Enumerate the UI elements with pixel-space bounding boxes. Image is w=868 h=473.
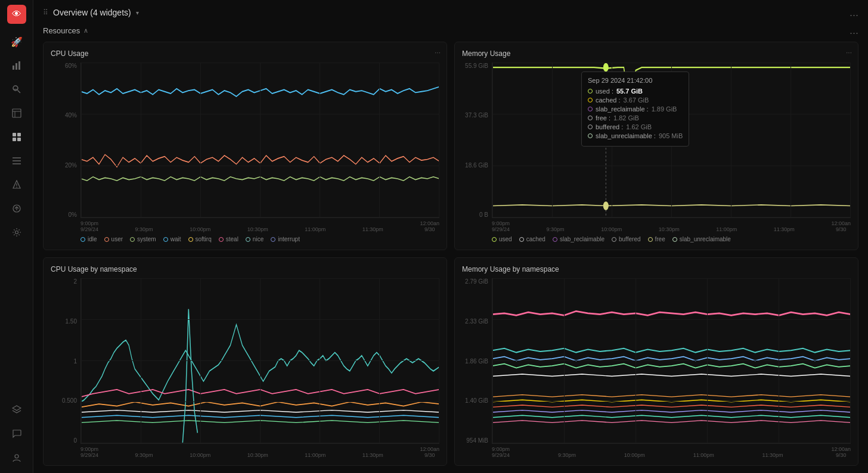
memory-ns-title: Memory Usage by namespace	[462, 265, 851, 273]
sidebar-item-rocket[interactable]: 🚀	[6, 31, 27, 52]
drag-handle-icon: ⠿	[43, 8, 48, 17]
memory-legend-slab-rec-label: slab_reclaimable	[560, 236, 604, 242]
cpu-y-label-0: 0%	[69, 211, 77, 218]
memory-usage-panel: Memory Usage ··· 55.9 GiB 37.3 GiB 18.6 …	[454, 42, 858, 250]
svg-line-4	[17, 91, 20, 94]
svg-rect-10	[17, 133, 21, 136]
cpu-chart-area: 60% 40% 20% 0%	[51, 63, 439, 232]
cpu-chart-title: CPU Usage	[51, 49, 439, 58]
cpu-ns-chart-inner	[80, 278, 439, 444]
memory-legend-used-dot	[492, 237, 497, 242]
memory-ns-x-2: 10:00pm	[624, 452, 645, 458]
memory-legend-cached-label: cached	[526, 236, 545, 242]
cpu-legend-wait-dot	[163, 237, 168, 242]
cpu-ns-y-150: 1.50	[66, 318, 77, 325]
memory-ns-y-140: 1.40 GiB	[465, 397, 488, 404]
cpu-ns-x-5: 11:30pm	[362, 452, 383, 458]
memory-x-5: 11:30pm	[774, 226, 795, 232]
header-chevron-icon[interactable]: ▾	[136, 10, 139, 16]
cpu-chart-inner	[80, 63, 439, 218]
cpu-ns-y-05: 0.500	[62, 397, 77, 404]
cpu-x-label-3: 10:30pm	[247, 226, 268, 232]
memory-legend-free-label: free	[655, 236, 665, 242]
svg-point-17	[16, 186, 17, 188]
memory-x-axis: 9:00pm9/29/24 9:30pm 10:00pm 10:30pm 11:…	[492, 218, 851, 232]
cpu-y-label-60: 60%	[65, 63, 77, 69]
memory-y-axis: 55.9 GiB 37.3 GiB 18.6 GiB 0 B	[462, 63, 492, 218]
cpu-x-label-1: 9:30pm	[135, 226, 153, 232]
memory-ns-y-954: 954 MiB	[466, 437, 488, 444]
cpu-legend-softirq-label: softirq	[196, 236, 212, 242]
resources-chevron-icon[interactable]: ∧	[83, 27, 88, 35]
sidebar-bottom	[6, 399, 27, 468]
memory-legend-slab-unrec: slab_unreclaimable	[672, 236, 731, 242]
header-more-button[interactable]: ...	[850, 7, 858, 18]
sidebar-item-settings[interactable]	[6, 222, 27, 243]
memory-ns-y-233: 2.33 GiB	[465, 318, 488, 325]
main-content: ⠿ Overview (4 widgets) ▾ ... Resources ∧…	[33, 0, 868, 473]
memory-legend-cached: cached	[519, 236, 545, 242]
cpu-ns-title: CPU Usage by namespace	[51, 265, 439, 273]
memory-chart-inner	[492, 63, 851, 218]
sidebar-item-dashboard[interactable]	[6, 126, 27, 148]
memory-chart-area: 55.9 GiB 37.3 GiB 18.6 GiB 0 B	[462, 63, 851, 232]
cpu-legend-nice: nice	[246, 236, 264, 242]
sidebar-item-deploy[interactable]	[6, 198, 27, 219]
cpu-ns-x-3: 10:30pm	[247, 452, 268, 458]
svg-rect-1	[16, 63, 17, 70]
memory-ns-chart-inner	[492, 278, 851, 444]
sidebar-item-list[interactable]	[6, 150, 27, 172]
charts-grid: CPU Usage ··· 60% 40% 20% 0%	[43, 42, 858, 466]
resources-section-header: Resources ∧ ...	[43, 25, 858, 36]
cpu-legend-steal-dot	[219, 237, 224, 242]
memory-x-3: 10:30pm	[659, 226, 680, 232]
cpu-ns-x-0: 9:00pm9/29/24	[80, 446, 98, 458]
svg-rect-2	[18, 61, 20, 70]
memory-ns-x-1: 9:30pm	[558, 452, 576, 458]
page-title: Overview (4 widgets)	[53, 8, 131, 17]
cpu-legend-system: system	[130, 236, 156, 242]
cpu-x-label-6: 12:00an9/30	[420, 220, 439, 232]
cpu-legend-user-dot	[104, 237, 109, 242]
memory-ns-x-0: 9:00pm9/29/24	[492, 446, 510, 458]
memory-ns-y-axis: 2.79 GiB 2.33 GiB 1.86 GiB 1.40 GiB 954 …	[462, 278, 492, 444]
memory-x-0: 9:00pm9/29/24	[492, 220, 510, 232]
cpu-ns-x-4: 11:00pm	[305, 452, 326, 458]
memory-legend-slab-unrec-dot	[672, 237, 677, 242]
memory-legend-free-dot	[648, 237, 653, 242]
cpu-x-label-2: 10:00pm	[190, 226, 210, 232]
cpu-legend-interrupt-dot	[271, 237, 275, 242]
cpu-legend-system-label: system	[137, 236, 156, 242]
svg-point-21	[15, 455, 18, 458]
cpu-y-label-40: 40%	[65, 112, 77, 119]
memory-legend-buffered: buffered	[612, 236, 641, 242]
sidebar-item-chat[interactable]	[6, 423, 27, 444]
memory-legend-cached-dot	[519, 237, 524, 242]
memory-chart-title: Memory Usage	[462, 49, 851, 58]
sidebar-item-profile[interactable]	[6, 447, 27, 468]
resources-title: Resources ∧	[43, 26, 88, 35]
sidebar-item-table[interactable]	[6, 102, 27, 124]
memory-namespace-panel: Memory Usage by namespace 2.79 GiB 2.33 …	[454, 257, 858, 466]
memory-chart-more-button[interactable]: ···	[846, 48, 852, 57]
app-logo[interactable]: 👁	[7, 5, 26, 24]
logo-icon: 👁	[12, 9, 21, 20]
memory-legend-free: free	[648, 236, 665, 242]
resources-more-button[interactable]: ...	[850, 25, 858, 36]
sidebar-item-analytics[interactable]	[6, 55, 27, 76]
memory-ns-y-279: 2.79 GiB	[465, 278, 488, 285]
sidebar-item-search[interactable]	[6, 79, 27, 100]
cpu-ns-y-1: 1	[73, 358, 77, 365]
svg-point-3	[13, 86, 18, 91]
memory-x-2: 10:00pm	[601, 226, 622, 232]
cpu-legend-idle: idle	[80, 236, 97, 242]
sidebar-item-layers[interactable]	[6, 399, 27, 421]
svg-rect-11	[13, 138, 16, 141]
cpu-chart-more-button[interactable]: ···	[435, 48, 441, 57]
sidebar-item-alerts[interactable]	[6, 174, 27, 195]
cpu-legend-interrupt-label: interrupt	[278, 236, 300, 242]
cpu-legend-nice-dot	[246, 237, 250, 242]
cpu-y-label-20: 20%	[65, 162, 77, 169]
sidebar: 👁 🚀	[0, 0, 33, 473]
cpu-legend-steal-label: steal	[226, 236, 238, 242]
